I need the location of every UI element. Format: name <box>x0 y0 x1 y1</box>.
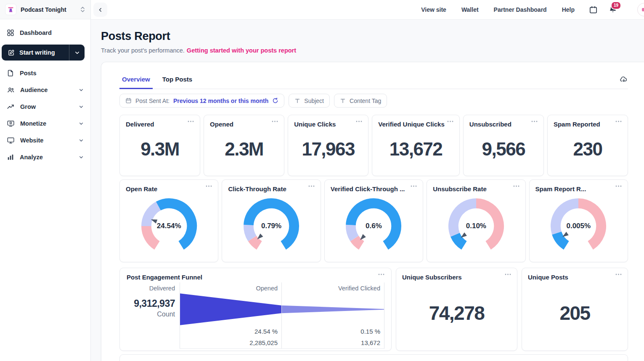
metric-card-unsubscribed: Unsubscribed 9,566 <box>463 115 544 176</box>
funnel-chart: Opened Verified Clicked 24.54 % 0.15 % 2… <box>180 282 384 349</box>
sidebar-item-label: Grow <box>20 103 36 110</box>
metric-card-delivered: Delivered 9.3M <box>119 115 200 176</box>
funnel-delivered-count: 9,312,937 <box>127 298 175 309</box>
text-icon <box>340 98 346 104</box>
sidebar-item-label: Analyze <box>20 154 43 161</box>
card-title: Verified Click-Through ... <box>331 185 405 192</box>
more-menu-icon[interactable] <box>411 185 417 187</box>
metric-card-unique-subscribers: Unique Subscribers 74,278 <box>396 268 517 351</box>
card-title: Spam Report R... <box>535 185 586 192</box>
page-subtitle: Track your post's performance. <box>101 47 185 54</box>
date-filter-label: Post Sent At: <box>135 97 170 104</box>
start-writing-dropdown[interactable] <box>69 45 85 61</box>
more-menu-icon[interactable] <box>378 274 384 275</box>
subject-filter-label: Subject <box>304 97 324 104</box>
more-menu-icon[interactable] <box>505 274 511 275</box>
notification-badge: 19 <box>611 1 621 10</box>
sidebar-item-label: Dashboard <box>20 29 52 36</box>
metric-card-unique-posts: Unique Posts 205 <box>522 268 628 351</box>
sidebar-item-audience[interactable]: Audience <box>0 82 90 98</box>
metric-value: 17,963 <box>294 128 362 170</box>
export-cloud-download-icon[interactable] <box>620 75 628 83</box>
content-tag-filter-chip[interactable]: Content Tag <box>334 94 387 108</box>
card-title: Opened <box>210 121 233 128</box>
more-menu-icon[interactable] <box>615 185 622 187</box>
users-icon <box>7 86 15 94</box>
more-menu-icon[interactable] <box>531 121 538 122</box>
funnel-verified-percent: 0.15 % <box>281 328 384 335</box>
calendar-icon[interactable] <box>589 5 598 14</box>
more-menu-icon[interactable] <box>615 274 622 275</box>
workspace-name: Podcast Tonight <box>21 6 76 13</box>
sidebar: Podcast Tonight Dashboard Start writing <box>0 0 91 361</box>
more-menu-icon[interactable] <box>447 121 453 122</box>
card-title: Open Rate <box>126 185 157 192</box>
sidebar-item-label: Website <box>20 137 43 144</box>
getting-started-link[interactable]: Getting started with your posts report <box>187 47 296 54</box>
gauge-value: 0.6% <box>331 222 417 230</box>
grid-icon <box>7 29 14 37</box>
filters: Post Sent At: Previous 12 months or this… <box>119 94 628 108</box>
workspace-logo-icon <box>5 4 16 15</box>
sidebar-item-analyze[interactable]: Analyze <box>0 149 90 166</box>
card-title: Unsubscribed <box>469 121 511 128</box>
more-menu-icon[interactable] <box>615 121 622 122</box>
metric-value: 9,566 <box>469 128 538 170</box>
sidebar-item-posts[interactable]: Posts <box>0 65 90 82</box>
metric-card-unique-clicks: Unique Clicks 17,963 <box>288 115 368 176</box>
more-menu-icon[interactable] <box>272 121 278 122</box>
user-avatar[interactable] <box>637 3 644 16</box>
metric-value: 74,278 <box>402 281 511 345</box>
collapse-sidebar-button[interactable] <box>93 3 107 17</box>
sidebar-item-label: Monetize <box>20 120 46 127</box>
chevron-down-icon <box>79 121 84 126</box>
bottom-row: Post Engagement Funnel Delivered 9,312,9… <box>119 268 628 351</box>
reset-filter-icon[interactable] <box>272 97 278 104</box>
tab-top-posts[interactable]: Top Posts <box>160 75 195 89</box>
start-writing-button[interactable]: Start writing <box>2 45 85 61</box>
content-tag-filter-label: Content Tag <box>350 97 381 104</box>
tab-overview[interactable]: Overview <box>119 75 153 89</box>
gauge-value: 0.005% <box>535 222 622 230</box>
workspace-selector-icon[interactable] <box>80 6 85 13</box>
funnel-count-label: Count <box>127 311 175 318</box>
subject-filter-chip[interactable]: Subject <box>289 94 330 108</box>
gauge-value: 0.10% <box>433 222 519 230</box>
topnav-view-site[interactable]: View site <box>421 6 446 13</box>
main: View site Wallet Partner Dashboard Help … <box>91 0 644 361</box>
metric-value: 9.3M <box>126 128 194 170</box>
chevron-down-icon <box>79 104 84 109</box>
workspace-switcher[interactable]: Podcast Tonight <box>0 0 90 19</box>
sidebar-item-dashboard[interactable]: Dashboard <box>0 24 90 41</box>
more-menu-icon[interactable] <box>188 121 194 122</box>
chevron-down-icon <box>79 138 84 143</box>
funnel-stage-verified-clicked: Verified Clicked <box>281 285 384 292</box>
topnav-help[interactable]: Help <box>562 6 575 13</box>
chevron-down-icon <box>79 155 84 160</box>
gauge-card-unsubscribe-rate: Unsubscribe Rate 0.10% <box>427 179 525 262</box>
start-writing-label: Start writing <box>19 49 55 56</box>
sidebar-item-website[interactable]: Website <box>0 132 90 149</box>
metrics-row: Delivered 9.3M Opened 2.3M Unique Clicks… <box>119 115 628 176</box>
notifications-button[interactable]: 19 <box>609 5 617 15</box>
funnel-stage-opened: Opened <box>180 285 281 292</box>
metric-value: 205 <box>528 281 622 345</box>
sidebar-item-monetize[interactable]: Monetize <box>0 115 90 132</box>
post-engagement-funnel-card: Post Engagement Funnel Delivered 9,312,9… <box>119 268 392 351</box>
topnav-wallet[interactable]: Wallet <box>461 6 479 13</box>
tabs: Overview Top Posts <box>119 75 628 89</box>
card-title: Unique Posts <box>528 274 568 281</box>
date-filter-chip[interactable]: Post Sent At: Previous 12 months or this… <box>119 94 284 108</box>
app: Podcast Tonight Dashboard Start writing <box>0 0 644 361</box>
gauge-card-click-through-rate: Click-Through Rate 0.79% <box>222 179 321 262</box>
next-card-partial <box>119 354 628 361</box>
more-menu-icon[interactable] <box>206 185 212 187</box>
more-menu-icon[interactable] <box>513 185 519 187</box>
sidebar-item-grow[interactable]: Grow <box>0 98 90 115</box>
trend-up-icon <box>7 103 15 111</box>
metric-card-opened: Opened 2.3M <box>204 115 284 176</box>
more-menu-icon[interactable] <box>356 121 362 122</box>
more-menu-icon[interactable] <box>308 185 315 187</box>
gauge-value: 24.54% <box>126 222 212 230</box>
topnav-partner-dashboard[interactable]: Partner Dashboard <box>494 6 547 13</box>
